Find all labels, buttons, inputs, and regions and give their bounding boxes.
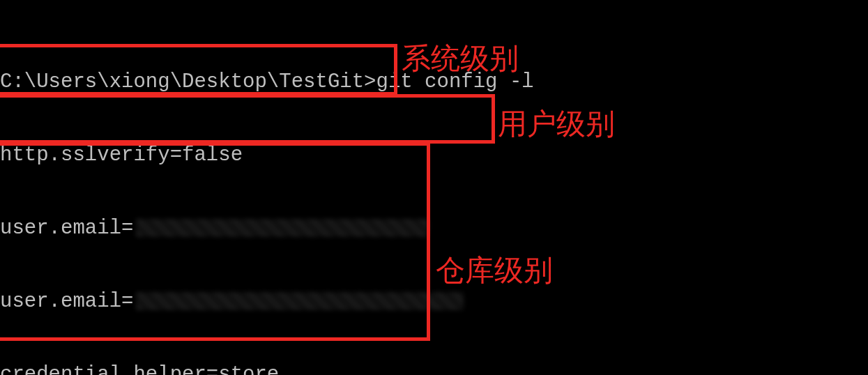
config-line: credential.helper=store <box>0 362 868 375</box>
annotation-label-system: 系统级别 <box>402 44 519 73</box>
annotation-box-repo <box>0 142 430 341</box>
annotation-box-user <box>0 94 495 144</box>
annotation-label-repo: 仓库级别 <box>436 256 553 285</box>
annotation-box-system <box>0 44 397 95</box>
annotation-label-user: 用户级别 <box>498 109 615 139</box>
